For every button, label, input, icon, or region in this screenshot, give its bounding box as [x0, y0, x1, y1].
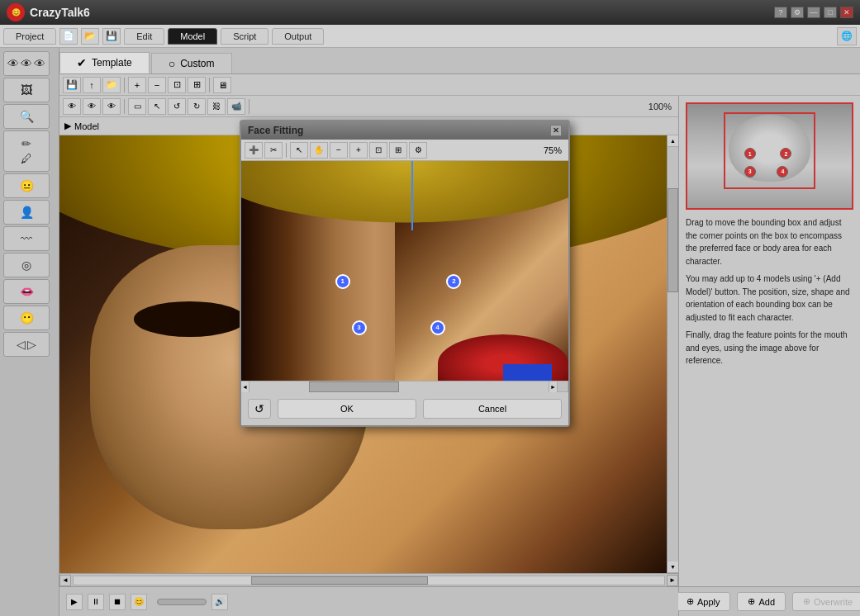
ff-point-4[interactable]: 4 [430, 320, 445, 335]
global-icon[interactable]: 🌐 [837, 27, 857, 45]
ff-point-1[interactable]: 1 [335, 274, 350, 289]
tab-custom[interactable]: ○ Custom [151, 53, 232, 73]
sidebar-eye3-btn[interactable]: ◎ [3, 253, 50, 277]
face-fitting-close-button[interactable]: ✕ [550, 125, 562, 136]
save-file-icon[interactable]: 💾 [102, 28, 121, 45]
tb-save-icon[interactable]: 💾 [63, 77, 81, 93]
canvas-top-bar: 👁 👁 👁 ▭ ↖ ↺ ↻ ⛓ 📹 100% [59, 96, 678, 117]
top-tabs: ✔ Template ○ Custom [59, 48, 860, 74]
close-button[interactable]: ✕ [840, 7, 853, 18]
volume-slider[interactable] [157, 599, 207, 605]
ff-zoom-in-btn[interactable]: + [349, 142, 368, 159]
apply-button[interactable]: ⊕ Apply [676, 592, 731, 611]
ff-settings-btn[interactable]: ⚙ [409, 142, 427, 159]
tab-edit[interactable]: Edit [124, 28, 164, 45]
new-file-icon[interactable]: 📄 [59, 28, 78, 45]
toolbar-separator-1 [124, 78, 125, 92]
eraser-icon: 🖊 [21, 152, 32, 165]
zoom-icon: 🔍 [20, 110, 34, 123]
sidebar-zoom-btn[interactable]: 🔍 [3, 104, 50, 129]
canvas-tb-undo-icon[interactable]: ↺ [168, 98, 186, 115]
face-anim-icon[interactable]: 😊 [131, 594, 147, 610]
tab-model[interactable]: Model [168, 28, 217, 45]
ff-horizontal-scrollbar[interactable]: ◄ ► [241, 381, 557, 392]
add-button[interactable]: ⊕ Add [737, 592, 786, 611]
ff-center-line [411, 161, 413, 230]
scroll-track [668, 147, 678, 562]
app-logo: 😊 [7, 3, 25, 21]
canvas-tb-cursor-icon[interactable]: ↖ [148, 98, 166, 115]
ff-crop-btn[interactable]: ⊡ [369, 142, 387, 159]
ff-scroll-left[interactable]: ◄ [241, 381, 249, 392]
eyelash-icon: 〰 [21, 232, 32, 245]
sidebar-arrows-btn[interactable]: ◁ ▷ [3, 332, 50, 357]
window-controls: ? ⚙ — □ ✕ [774, 7, 853, 18]
canvas-scrollbar-v[interactable]: ▲ ▼ [667, 135, 678, 573]
face-fitting-canvas[interactable]: 1 2 3 4 ◄ ► [241, 161, 568, 392]
tb-zoom-in-icon[interactable]: + [128, 77, 146, 93]
ff-point-3[interactable]: 3 [352, 320, 367, 335]
tb-fit-icon[interactable]: ⊡ [168, 77, 186, 93]
canvas-tb-eye2-icon[interactable]: 👁 [83, 98, 101, 115]
ff-scroll-right[interactable]: ► [549, 381, 557, 392]
sidebar-face-btn[interactable]: 😐 [3, 173, 50, 198]
sidebar-person-btn[interactable]: 👤 [3, 200, 50, 225]
scroll-up-arrow[interactable]: ▲ [668, 135, 678, 147]
canvas-tb-link-icon[interactable]: ⛓ [207, 98, 226, 115]
sidebar-eye-tools[interactable]: 👁 👁 👁 [3, 51, 50, 76]
canvas-tb-video-icon[interactable]: 📹 [227, 98, 245, 115]
ff-ok-button[interactable]: OK [278, 399, 416, 419]
ff-remove-btn[interactable]: ✂ [264, 142, 283, 159]
eye3-icon: 👁 [34, 57, 45, 70]
sidebar-head-btn[interactable]: 😶 [3, 306, 50, 330]
maximize-button[interactable]: □ [824, 7, 837, 18]
canvas-tb-eye3-icon[interactable]: 👁 [102, 98, 121, 115]
open-file-icon[interactable]: 📂 [81, 28, 99, 45]
face-fitting-bottom-buttons: ↺ OK Cancel [241, 392, 568, 425]
right-panel: 1 2 3 4 Drag to move the bounding box an… [678, 96, 860, 616]
tab-output[interactable]: Output [272, 28, 324, 45]
tab-project[interactable]: Project [3, 28, 56, 45]
stop-button[interactable]: ⏹ [109, 594, 126, 610]
ff-cursor-btn[interactable]: ↖ [290, 142, 308, 159]
tb-monitor-icon[interactable]: 🖥 [213, 77, 231, 93]
overwrite-icon: ⊕ [803, 596, 810, 607]
sidebar-image-btn[interactable]: 🖼 [3, 78, 50, 102]
horizontal-scroll-thumb[interactable] [251, 576, 429, 585]
settings-button[interactable]: ⚙ [791, 7, 804, 18]
tab-script[interactable]: Script [221, 28, 268, 45]
horizontal-scrollbar[interactable] [73, 576, 665, 585]
scroll-thumb[interactable] [668, 188, 678, 292]
open-eye-icon: ◎ [21, 258, 31, 272]
scroll-down-arrow[interactable]: ▼ [668, 562, 678, 573]
ff-reset-button[interactable]: ↺ [248, 399, 271, 419]
sidebar-mouth-btn[interactable]: 👄 [3, 279, 50, 304]
play-button[interactable]: ▶ [66, 594, 83, 610]
help-button[interactable]: ? [774, 7, 787, 18]
ff-add-model-btn[interactable]: ➕ [245, 142, 263, 159]
pause-button[interactable]: ⏸ [88, 594, 104, 610]
tb-grid-icon[interactable]: ⊞ [188, 77, 206, 93]
person-icon: 👤 [20, 206, 34, 219]
ff-cancel-button[interactable]: Cancel [423, 399, 562, 419]
scroll-left-arrow[interactable]: ◄ [59, 575, 71, 586]
scroll-right-arrow[interactable]: ► [667, 575, 678, 586]
volume-icon[interactable]: 🔊 [211, 594, 228, 610]
sidebar-eyelash-btn[interactable]: 〰 [3, 226, 50, 251]
right-bottom-buttons: ⊕ Apply ⊕ Add ⊕ Overwrite [679, 586, 860, 616]
tb-zoom-out-icon[interactable]: − [148, 77, 166, 93]
canvas-tb-eye-icon[interactable]: 👁 [63, 98, 81, 115]
tb-upload-icon[interactable]: ↑ [83, 77, 101, 93]
ff-hand-btn[interactable]: ✋ [310, 142, 328, 159]
overwrite-button[interactable]: ⊕ Overwrite [792, 592, 860, 611]
minimize-button[interactable]: — [807, 7, 820, 18]
sidebar-edit-btn[interactable]: ✏ 🖊 [3, 130, 50, 172]
ff-point-2[interactable]: 2 [446, 274, 461, 289]
canvas-tb-select-icon[interactable]: ▭ [128, 98, 146, 115]
ff-grid-btn[interactable]: ⊞ [389, 142, 407, 159]
canvas-tb-redo-icon[interactable]: ↻ [188, 98, 206, 115]
ff-scroll-thumb[interactable] [309, 381, 399, 392]
tb-folder-icon[interactable]: 📁 [102, 77, 121, 93]
ff-zoom-out-btn[interactable]: − [330, 142, 348, 159]
tab-template[interactable]: ✔ Template [59, 52, 150, 73]
